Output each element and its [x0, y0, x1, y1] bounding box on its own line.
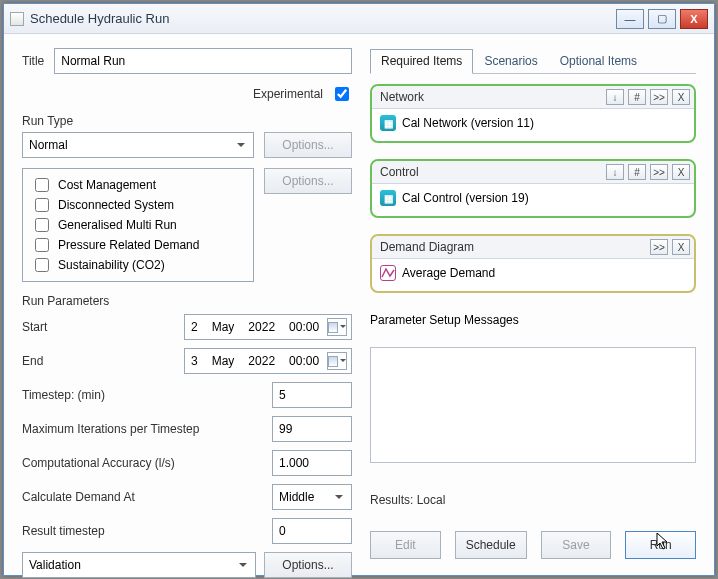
experimental-row: Experimental — [22, 84, 352, 104]
runtype-options-button-1[interactable]: Options... — [264, 132, 352, 158]
runtype-value: Normal — [29, 138, 68, 152]
down-arrow-icon[interactable]: ↓ — [606, 164, 624, 180]
experimental-label: Experimental — [253, 87, 323, 101]
close-button[interactable]: X — [680, 9, 708, 29]
check-label: Generalised Multi Run — [58, 216, 177, 234]
card-demand-diagram: Demand Diagram >> X Average Demand — [370, 234, 696, 293]
save-button[interactable]: Save — [541, 531, 612, 559]
check-label: Disconnected System — [58, 196, 174, 214]
left-panel: Title Experimental Run Type Normal Cost … — [22, 48, 352, 559]
validation-value: Validation — [29, 558, 81, 572]
runtype-options-button-2[interactable]: Options... — [264, 168, 352, 194]
run-parameters-title: Run Parameters — [22, 294, 352, 308]
content-area: Title Experimental Run Type Normal Cost … — [4, 34, 714, 575]
card-network: Network ↓ # >> X ▦ Cal Network (version … — [370, 84, 696, 143]
end-label: End — [22, 354, 176, 368]
hash-icon[interactable]: # — [628, 89, 646, 105]
edit-button[interactable]: Edit — [370, 531, 441, 559]
experimental-checkbox[interactable] — [335, 87, 349, 101]
end-month: May — [212, 354, 235, 368]
check-pressure-related-demand[interactable] — [35, 238, 49, 252]
start-datetime[interactable]: 2 May 2022 00:00 — [184, 314, 352, 340]
check-label: Sustainability (CO2) — [58, 256, 165, 274]
check-disconnected-system[interactable] — [35, 198, 49, 212]
title-label: Title — [22, 54, 44, 68]
runtype-label: Run Type — [22, 114, 352, 128]
validation-options-button[interactable]: Options... — [264, 552, 352, 578]
end-datetime[interactable]: 3 May 2022 00:00 — [184, 348, 352, 374]
compacc-input[interactable] — [272, 450, 352, 476]
parameter-setup-messages-label: Parameter Setup Messages — [370, 313, 696, 327]
down-arrow-icon[interactable]: ↓ — [606, 89, 624, 105]
card-item-text: Cal Network (version 11) — [402, 116, 534, 130]
forward-icon[interactable]: >> — [650, 89, 668, 105]
check-cost-management[interactable] — [35, 178, 49, 192]
resultts-label: Result timestep — [22, 524, 264, 538]
start-day: 2 — [191, 320, 198, 334]
close-icon[interactable]: X — [672, 164, 690, 180]
runtype-checklist: Cost Management Disconnected System Gene… — [22, 168, 254, 282]
right-panel: Required Items Scenarios Optional Items … — [370, 48, 696, 559]
start-time: 00:00 — [289, 320, 319, 334]
hash-icon[interactable]: # — [628, 164, 646, 180]
tab-required-items[interactable]: Required Items — [370, 49, 473, 74]
forward-icon[interactable]: >> — [650, 164, 668, 180]
check-sustainability-co2[interactable] — [35, 258, 49, 272]
compacc-label: Computational Accuracy (l/s) — [22, 456, 264, 470]
resultts-input[interactable] — [272, 518, 352, 544]
timestep-label: Timestep: (min) — [22, 388, 264, 402]
close-icon[interactable]: X — [672, 89, 690, 105]
app-window: Schedule Hydraulic Run — ▢ X Title Exper… — [3, 3, 715, 576]
window-title: Schedule Hydraulic Run — [30, 11, 612, 26]
schedule-button[interactable]: Schedule — [455, 531, 527, 559]
results-label: Results: Local — [370, 493, 696, 507]
control-icon: ▦ — [380, 190, 396, 206]
tabs: Required Items Scenarios Optional Items — [370, 48, 696, 74]
card-item-text: Average Demand — [402, 266, 495, 280]
calcdemand-combo[interactable]: Middle — [272, 484, 352, 510]
check-generalised-multi-run[interactable] — [35, 218, 49, 232]
end-time: 00:00 — [289, 354, 319, 368]
calendar-icon[interactable] — [327, 318, 347, 336]
titlebar: Schedule Hydraulic Run — ▢ X — [4, 4, 714, 34]
tab-optional-items[interactable]: Optional Items — [549, 49, 648, 74]
minimize-button[interactable]: — — [616, 9, 644, 29]
close-icon[interactable]: X — [672, 239, 690, 255]
check-label: Cost Management — [58, 176, 156, 194]
end-year: 2022 — [248, 354, 275, 368]
bottom-button-row: Edit Schedule Save Run — [370, 531, 696, 559]
title-input[interactable] — [54, 48, 352, 74]
demand-diagram-icon — [380, 265, 396, 281]
runtype-combo[interactable]: Normal — [22, 132, 254, 158]
card-title: Demand Diagram — [380, 240, 646, 254]
card-title: Control — [380, 165, 602, 179]
maximize-button[interactable]: ▢ — [648, 9, 676, 29]
title-row: Title — [22, 48, 352, 74]
validation-combo[interactable]: Validation — [22, 552, 256, 578]
card-item-text: Cal Control (version 19) — [402, 191, 529, 205]
parameter-setup-messages-box[interactable] — [370, 347, 696, 463]
card-title: Network — [380, 90, 602, 104]
mouse-cursor-icon — [656, 532, 670, 550]
forward-icon[interactable]: >> — [650, 239, 668, 255]
check-label: Pressure Related Demand — [58, 236, 199, 254]
timestep-input[interactable] — [272, 382, 352, 408]
start-label: Start — [22, 320, 176, 334]
app-icon — [10, 12, 24, 26]
calcdemand-label: Calculate Demand At — [22, 490, 264, 504]
tab-scenarios[interactable]: Scenarios — [473, 49, 548, 74]
card-control: Control ↓ # >> X ▦ Cal Control (version … — [370, 159, 696, 218]
end-day: 3 — [191, 354, 198, 368]
calendar-icon[interactable] — [327, 352, 347, 370]
maxiter-input[interactable] — [272, 416, 352, 442]
calcdemand-value: Middle — [279, 490, 314, 504]
start-month: May — [212, 320, 235, 334]
start-year: 2022 — [248, 320, 275, 334]
maxiter-label: Maximum Iterations per Timestep — [22, 422, 264, 436]
network-icon: ▦ — [380, 115, 396, 131]
